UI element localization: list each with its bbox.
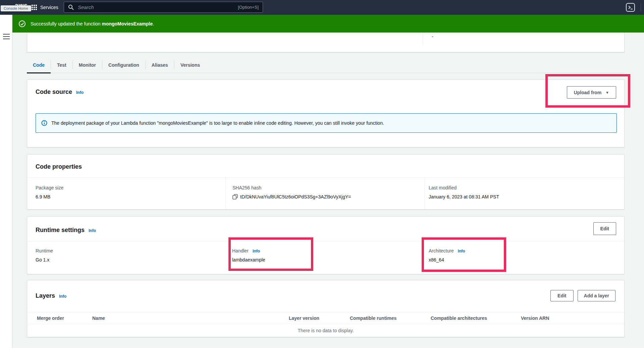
- code-properties-card: Code properties Package size 6.9 MB SHA2…: [27, 154, 625, 210]
- tab-aliases[interactable]: Aliases: [146, 57, 174, 73]
- upload-from-button[interactable]: Upload from ▼: [567, 86, 616, 99]
- success-flash-banner: Successfully updated the function mongoM…: [12, 15, 644, 33]
- col-compatible-architectures: Compatible architectures: [431, 315, 521, 321]
- search-placeholder: Search: [78, 4, 94, 10]
- services-label: Services: [40, 5, 58, 10]
- runtime-field: Runtime Go 1.x: [27, 241, 225, 274]
- hamburger-menu-icon[interactable]: [3, 34, 10, 39]
- copy-icon[interactable]: [232, 194, 238, 199]
- runtime-edit-button[interactable]: Edit: [593, 222, 616, 235]
- runtime-settings-info-link[interactable]: Info: [89, 228, 96, 233]
- tab-versions[interactable]: Versions: [174, 57, 206, 73]
- col-compatible-runtimes: Compatible runtimes: [350, 315, 431, 321]
- tab-code[interactable]: Code: [27, 57, 51, 73]
- layers-table-header: Merge order Name Layer version Compatibl…: [27, 312, 624, 324]
- topbar-divider: [641, 3, 641, 12]
- runtime-settings-title: Runtime settings: [36, 227, 85, 234]
- function-tabs: Code Test Monitor Configuration Aliases …: [27, 57, 625, 73]
- tab-monitor[interactable]: Monitor: [73, 57, 102, 73]
- overview-column-divider: [423, 33, 423, 45]
- function-overview-card-bottom: -: [27, 33, 625, 52]
- flash-function-name: mongoMoviesExample: [102, 21, 153, 26]
- flash-message: Successfully updated the function mongoM…: [31, 21, 154, 26]
- tab-test[interactable]: Test: [51, 57, 72, 73]
- overview-dash-value: -: [432, 34, 433, 39]
- col-version-arn: Version ARN: [521, 315, 624, 321]
- handler-info-link[interactable]: Info: [253, 249, 260, 253]
- layers-edit-button[interactable]: Edit: [550, 290, 573, 301]
- left-rail: [0, 15, 12, 348]
- code-properties-title: Code properties: [36, 163, 82, 170]
- col-name: Name: [92, 315, 289, 321]
- last-modified-field: Last modified January 6, 2023 at 08:31 A…: [424, 178, 624, 209]
- layers-info-link[interactable]: Info: [59, 294, 66, 299]
- col-merge-order: Merge order: [37, 315, 92, 321]
- search-shortcut-hint: [Option+S]: [238, 5, 259, 10]
- layers-card: Layers Info Edit Add a layer Merge order…: [27, 280, 625, 337]
- check-circle-icon: [18, 20, 26, 27]
- package-size-field: Package size 6.9 MB: [27, 178, 225, 209]
- tab-configuration[interactable]: Configuration: [102, 57, 145, 73]
- col-layer-version: Layer version: [289, 315, 350, 321]
- layers-empty-message: There is no data to display.: [27, 324, 624, 337]
- sha256-hash-field: SHA256 hash tD/DkNUvaYiuf8UlC5tz6oiOPdS3…: [225, 178, 424, 209]
- cloudshell-terminal-icon: [628, 5, 633, 10]
- code-source-title: Code source: [36, 89, 72, 96]
- caret-down-icon: ▼: [605, 91, 609, 95]
- info-circle-icon: [41, 120, 47, 126]
- app-grid-icon: [32, 5, 37, 10]
- console-home-tooltip: Console Home: [1, 5, 31, 11]
- services-menu-button[interactable]: Services: [28, 0, 62, 15]
- search-icon: [68, 4, 74, 10]
- top-navbar: aws Console Home Services Search [Option…: [0, 0, 644, 15]
- add-a-layer-button[interactable]: Add a layer: [578, 290, 615, 301]
- notice-text: The deployment package of your Lambda fu…: [51, 120, 384, 126]
- architecture-field: Architecture Info x86_64: [422, 241, 624, 274]
- search-input[interactable]: Search [Option+S]: [64, 2, 263, 13]
- layers-title: Layers: [36, 292, 55, 299]
- code-source-info-link[interactable]: Info: [76, 90, 84, 95]
- sha256-hash-value: tD/DkNUvaYiuf8UlC5tz6oiOPdS3Sg+3AZl9oVyX…: [240, 194, 351, 199]
- code-source-card: Code source Info Upload from ▼ The deplo…: [27, 79, 625, 148]
- architecture-info-link[interactable]: Info: [458, 249, 465, 253]
- runtime-settings-card: Runtime settings Info Edit Runtime Go 1.…: [27, 216, 625, 274]
- handler-field: Handler Info lambdaexample: [225, 241, 422, 274]
- inline-editing-notice: The deployment package of your Lambda fu…: [36, 113, 617, 133]
- cloudshell-button[interactable]: [626, 3, 635, 12]
